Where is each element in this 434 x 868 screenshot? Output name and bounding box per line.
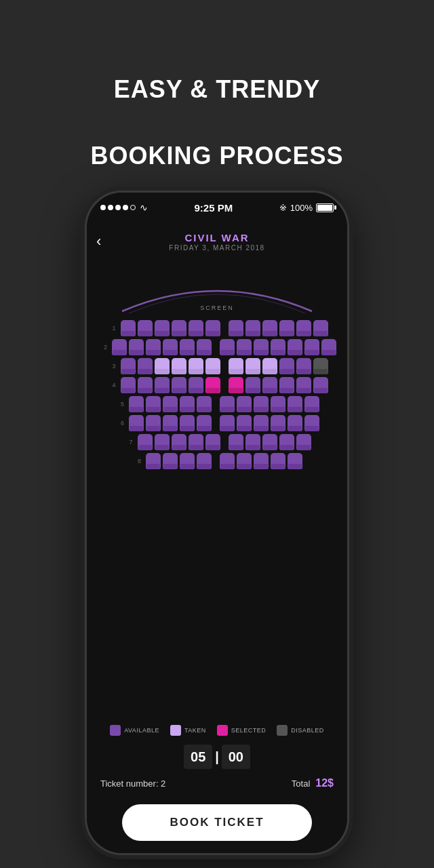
seat-r3-s7[interactable] [229,358,243,374]
seat-r7-s9[interactable] [279,434,294,450]
seat-r5-s11[interactable] [304,396,319,412]
seat-r6-s10[interactable] [288,415,302,431]
legend-item-selected: SELECTED [217,725,267,736]
seat-r8-s6[interactable] [237,453,252,469]
seat-r4-s4[interactable] [172,377,186,393]
seat-r1-s10[interactable] [279,320,294,336]
seat-r8-s1[interactable] [146,453,161,469]
status-right: ※ 100% [279,203,334,213]
seat-r1-s11[interactable] [296,320,311,336]
seat-r8-s4[interactable] [197,453,212,469]
seat-r7-s1[interactable] [138,434,153,450]
seat-r1-s9[interactable] [262,320,277,336]
seat-r5-s1[interactable] [129,396,144,412]
seat-r4-s7[interactable] [229,377,243,393]
seat-r4-s9[interactable] [262,377,277,393]
seat-r3-s9[interactable] [262,358,277,374]
seat-r2-s10[interactable] [271,339,285,355]
total-label: Total [292,778,310,789]
seat-r4-s12[interactable] [313,377,328,393]
seat-r6-s7[interactable] [237,415,252,431]
seat-r8-s5[interactable] [220,453,235,469]
timer-separator: | [214,745,220,769]
book-ticket-button[interactable]: BOOK TICKET [122,804,312,841]
seat-r5-s3[interactable] [163,396,178,412]
seat-r6-s1[interactable] [129,415,144,431]
seat-r6-s4[interactable] [180,415,195,431]
seat-r7-s5[interactable] [205,434,220,450]
seat-r2-s3[interactable] [146,339,161,355]
seat-r3-s10[interactable] [279,358,294,374]
seat-r2-s11[interactable] [288,339,302,355]
seat-r3-s5[interactable] [189,358,203,374]
seat-r4-s6[interactable] [205,377,220,393]
seat-r6-s9[interactable] [271,415,285,431]
seat-r3-s12[interactable] [313,358,328,374]
seat-r1-s12[interactable] [313,320,328,336]
seat-r1-s7[interactable] [229,320,243,336]
seat-r6-s6[interactable] [220,415,235,431]
seat-r7-s3[interactable] [172,434,186,450]
seat-r4-s8[interactable] [245,377,260,393]
seat-r2-s5[interactable] [180,339,195,355]
seat-r1-s3[interactable] [155,320,170,336]
seat-r8-s3[interactable] [180,453,195,469]
seat-r3-s11[interactable] [296,358,311,374]
seat-r2-s12[interactable] [304,339,319,355]
seat-r4-s3[interactable] [155,377,170,393]
seat-r7-s2[interactable] [155,434,170,450]
seat-r3-s1[interactable] [121,358,136,374]
seat-r1-s4[interactable] [172,320,186,336]
seat-r2-s13[interactable] [321,339,336,355]
seat-r5-s10[interactable] [288,396,302,412]
seat-r6-s8[interactable] [254,415,269,431]
seat-r4-s10[interactable] [279,377,294,393]
seat-r6-s5[interactable] [197,415,212,431]
seat-r3-s4[interactable] [172,358,186,374]
seat-r3-s2[interactable] [138,358,153,374]
seat-r4-s5[interactable] [189,377,203,393]
seat-r6-s2[interactable] [146,415,161,431]
seat-r8-s2[interactable] [163,453,178,469]
seat-r5-s6[interactable] [220,396,235,412]
seat-r5-s7[interactable] [237,396,252,412]
seat-r5-s4[interactable] [180,396,195,412]
seat-r2-s6[interactable] [197,339,212,355]
seat-r5-s2[interactable] [146,396,161,412]
seat-r3-s3[interactable] [155,358,170,374]
seat-r4-s1[interactable] [121,377,136,393]
seat-r2-s8[interactable] [237,339,252,355]
screen-label: SCREEN [200,304,234,311]
seat-r2-s7[interactable] [220,339,235,355]
seat-r6-s3[interactable] [163,415,178,431]
seat-r4-s2[interactable] [138,377,153,393]
seat-r2-s4[interactable] [163,339,178,355]
seat-r2-s1[interactable] [112,339,127,355]
back-button[interactable]: ‹ [96,233,101,250]
seat-r1-s8[interactable] [245,320,260,336]
seat-r1-s1[interactable] [121,320,136,336]
seat-r3-s8[interactable] [245,358,260,374]
seat-r7-s7[interactable] [245,434,260,450]
bluetooth-icon: ※ [279,203,287,213]
seat-r8-s9[interactable] [288,453,302,469]
seat-r7-s4[interactable] [189,434,203,450]
seat-r6-s11[interactable] [304,415,319,431]
seat-r4-s11[interactable] [296,377,311,393]
seat-r8-s8[interactable] [271,453,285,469]
seat-r2-s2[interactable] [129,339,144,355]
seat-r1-s6[interactable] [205,320,220,336]
seat-r8-s7[interactable] [254,453,269,469]
seat-r2-s9[interactable] [254,339,269,355]
wifi-icon: ∿ [140,202,148,213]
seat-r3-s6[interactable] [205,358,220,374]
seat-r7-s6[interactable] [229,434,243,450]
seat-r7-s10[interactable] [296,434,311,450]
seat-r5-s5[interactable] [197,396,212,412]
row-label-2: 2 [98,344,107,351]
seat-r1-s5[interactable] [189,320,203,336]
seat-r5-s8[interactable] [254,396,269,412]
seat-r7-s8[interactable] [262,434,277,450]
seat-r5-s9[interactable] [271,396,285,412]
seat-r1-s2[interactable] [138,320,153,336]
